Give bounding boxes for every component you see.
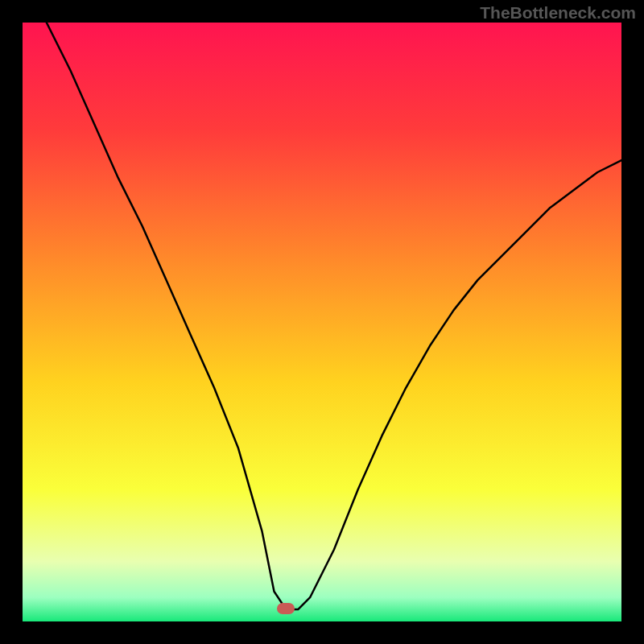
watermark-label: TheBottleneck.com (480, 3, 636, 23)
bottleneck-curve (47, 23, 621, 609)
chart-frame: TheBottleneck.com (0, 0, 644, 644)
plot-area (23, 23, 621, 621)
curve-svg (23, 23, 621, 621)
optimum-marker (277, 603, 295, 614)
